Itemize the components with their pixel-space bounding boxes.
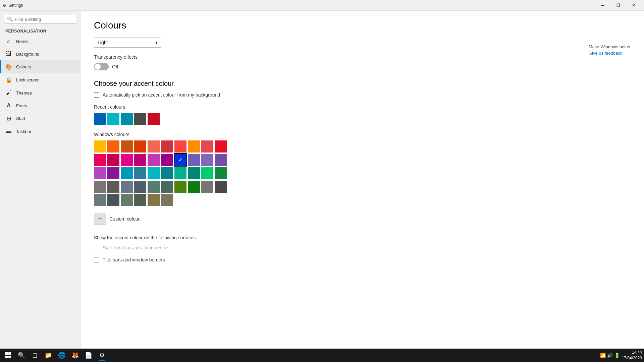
windows-colour-swatch[interactable] — [107, 194, 119, 206]
windows-colour-swatch[interactable] — [121, 194, 133, 206]
windows-colour-swatch[interactable] — [174, 154, 186, 166]
recent-colour-swatch[interactable] — [134, 113, 146, 125]
search-input[interactable] — [15, 17, 73, 22]
windows-colour-swatch[interactable] — [188, 154, 200, 166]
windows-colour-swatch[interactable] — [201, 167, 213, 179]
windows-colour-swatch[interactable] — [107, 181, 119, 193]
windows-colour-swatch[interactable] — [215, 167, 227, 179]
windows-colour-swatch[interactable] — [107, 154, 119, 166]
recent-colour-swatch[interactable] — [148, 113, 160, 125]
sidebar-item-home[interactable]: ⌂ Home — [0, 35, 80, 48]
windows-colour-swatch[interactable] — [215, 140, 227, 153]
notepad-button[interactable]: 📄 — [83, 349, 95, 361]
sidebar-item-fonts-label: Fonts — [16, 103, 27, 108]
sidebar-item-background-label: Background — [16, 52, 39, 57]
windows-colour-swatch[interactable] — [107, 140, 119, 153]
windows-colour-swatch[interactable] — [174, 140, 186, 153]
windows-colour-swatch[interactable] — [107, 167, 119, 179]
windows-colour-swatch[interactable] — [134, 194, 146, 206]
restore-button[interactable]: ❐ — [610, 0, 626, 11]
recent-colours-label: Recent colours — [94, 104, 631, 110]
windows-colour-swatch[interactable] — [161, 181, 173, 193]
mode-dropdown[interactable]: Light ▾ — [94, 38, 161, 48]
svg-rect-3 — [8, 356, 11, 358]
transparency-toggle[interactable] — [94, 63, 109, 70]
toggle-knob — [95, 64, 101, 70]
windows-colour-swatch[interactable] — [215, 154, 227, 166]
taskbar-left: 🔍 ❑ 📁 🌐 🦊 📄 ⚙ — [2, 349, 108, 361]
auto-pick-checkbox[interactable] — [94, 92, 99, 98]
recent-colour-swatch[interactable] — [107, 113, 119, 125]
windows-colour-swatch[interactable] — [148, 140, 160, 153]
windows-colour-swatch[interactable] — [215, 181, 227, 193]
windows-colour-swatch[interactable] — [94, 140, 106, 153]
windows-colour-swatch[interactable] — [134, 140, 146, 153]
windows-colour-swatch[interactable] — [188, 140, 200, 153]
taskbar-clock[interactable]: 14:44 17/04/2020 — [622, 350, 642, 361]
windows-colour-swatch[interactable] — [94, 194, 106, 206]
battery-icon: 🔋 — [614, 353, 620, 358]
firefox-button[interactable]: 🦊 — [69, 349, 81, 361]
windows-colour-swatch[interactable] — [94, 167, 106, 179]
accent-section-title: Choose your accent colour — [94, 80, 631, 87]
sidebar-item-fonts[interactable]: A Fonts — [0, 99, 80, 112]
recent-colour-swatch[interactable] — [121, 113, 133, 125]
windows-colour-swatch[interactable] — [134, 154, 146, 166]
windows-colour-swatch[interactable] — [148, 181, 160, 193]
windows-colour-swatch[interactable] — [121, 140, 133, 153]
sidebar-item-colours[interactable]: 🎨 Colours — [0, 60, 80, 73]
windows-colour-swatch[interactable] — [94, 154, 106, 166]
custom-colour-button[interactable]: + Custom colour — [94, 213, 631, 225]
sidebar-item-taskbar[interactable]: ▬ Taskbar — [0, 125, 80, 138]
windows-colour-swatch[interactable] — [148, 167, 160, 179]
windows-colour-swatch[interactable] — [94, 181, 106, 193]
search-taskbar-button[interactable]: 🔍 — [15, 349, 28, 361]
windows-colour-swatch[interactable] — [188, 181, 200, 193]
windows-colour-swatch[interactable] — [148, 154, 160, 166]
taskbar: 🔍 ❑ 📁 🌐 🦊 📄 ⚙ 📶 🔊 🔋 14:44 17/04/2020 — [0, 349, 644, 362]
mode-value: Light — [98, 40, 108, 45]
volume-icon: 🔊 — [607, 353, 613, 358]
sidebar-section-label: Personalisation — [0, 26, 80, 35]
windows-colour-swatch[interactable] — [134, 181, 146, 193]
minimize-button[interactable]: ─ — [595, 0, 610, 11]
edge-button[interactable]: 🌐 — [56, 349, 68, 361]
windows-colour-swatch[interactable] — [174, 167, 186, 179]
surfaces-title: Show the accent colour on the following … — [94, 235, 631, 240]
task-view-button[interactable]: ❑ — [29, 349, 41, 361]
give-feedback-link[interactable]: Give us feedback — [589, 51, 622, 56]
auto-pick-row: Automatically pick an accent colour from… — [94, 92, 631, 98]
sidebar: 🔍 Personalisation ⌂ Home 🖼 Background 🎨 … — [0, 11, 80, 349]
sidebar-item-background[interactable]: 🖼 Background — [0, 48, 80, 60]
windows-colour-swatch[interactable] — [161, 194, 173, 206]
windows-colour-swatch[interactable] — [188, 167, 200, 179]
svg-rect-0 — [5, 352, 8, 355]
close-button[interactable]: ✕ — [626, 0, 641, 11]
file-explorer-button[interactable]: 📁 — [42, 349, 54, 361]
recent-colour-swatch[interactable] — [94, 113, 106, 125]
sidebar-item-start[interactable]: ⊞ Start — [0, 112, 80, 125]
settings-taskbar-button[interactable]: ⚙ — [96, 349, 108, 361]
title-bars-checkbox[interactable] — [94, 257, 99, 262]
windows-colour-swatch[interactable] — [201, 181, 213, 193]
windows-colour-swatch[interactable] — [201, 154, 213, 166]
themes-icon: 🖌 — [5, 90, 12, 96]
sidebar-item-lock-screen[interactable]: 🔒 Lock screen — [0, 73, 80, 86]
windows-colour-swatch[interactable] — [121, 181, 133, 193]
windows-colour-swatch[interactable] — [121, 154, 133, 166]
sidebar-item-colours-label: Colours — [16, 64, 31, 69]
windows-colour-swatch[interactable] — [161, 167, 173, 179]
taskbar-right: 📶 🔊 🔋 14:44 17/04/2020 — [600, 350, 642, 361]
windows-colour-swatch[interactable] — [161, 154, 173, 166]
windows-colour-swatch[interactable] — [174, 181, 186, 193]
windows-colour-swatch[interactable] — [134, 167, 146, 179]
windows-colour-swatch[interactable] — [148, 194, 160, 206]
search-box[interactable]: 🔍 — [4, 15, 76, 23]
windows-colour-swatch[interactable] — [121, 167, 133, 179]
windows-colour-swatch[interactable] — [201, 140, 213, 153]
sidebar-item-themes[interactable]: 🖌 Themes — [0, 86, 80, 99]
windows-colour-swatch[interactable] — [161, 140, 173, 153]
settings-icon: ⚙ — [3, 3, 6, 8]
start-button[interactable] — [2, 349, 14, 361]
title-bar: ⚙ Settings ─ ❐ ✕ — [0, 0, 644, 11]
